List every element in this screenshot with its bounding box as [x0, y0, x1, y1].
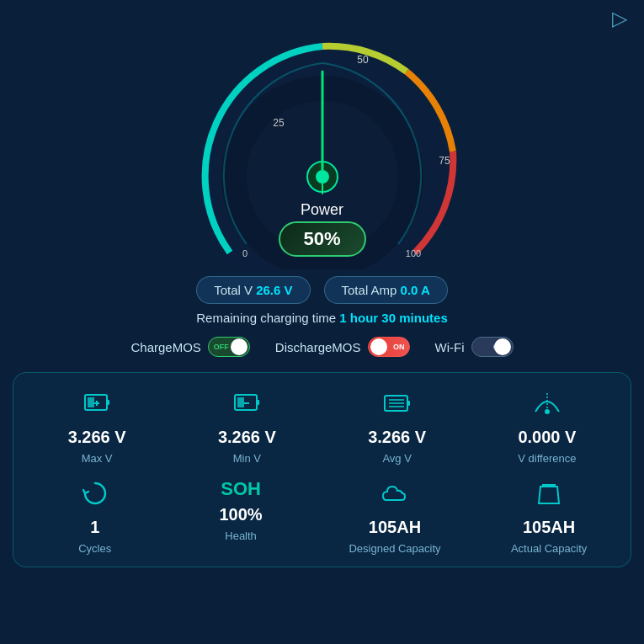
dischargemost-toggle-label: ON: [393, 343, 405, 351]
designed-capacity-item: 105AH Designed Capacity: [349, 478, 440, 555]
avg-v-label: Avg V: [382, 452, 411, 465]
svg-rect-23: [407, 401, 410, 406]
remaining-value: 1 hour 30 minutes: [339, 311, 447, 325]
metrics-row-1: 3.266 V Max V 3.266 V Min V: [22, 388, 622, 465]
cycles-value: 1: [90, 518, 99, 537]
battery-actual-icon: [534, 478, 564, 513]
min-v-item: 3.266 V Min V: [209, 388, 285, 465]
actual-capacity-value: 105AH: [523, 518, 575, 537]
max-v-value: 3.266 V: [68, 428, 126, 447]
cycles-icon: [80, 478, 110, 513]
health-item: SOH 100% Health: [203, 478, 279, 542]
v-diff-value: 0.000 V: [518, 428, 576, 447]
svg-rect-14: [107, 400, 109, 405]
svg-text:50: 50: [357, 54, 369, 66]
chargemost-toggle-circle: [231, 338, 247, 355]
avg-v-item: 3.266 V Avg V: [359, 388, 435, 465]
gauge-percent-badge: 50%: [278, 221, 365, 257]
gauge-container: 50 25 75 0 100 Power 50%: [154, 17, 491, 269]
chargemost-toggle-label: OFF: [214, 343, 229, 351]
health-value: 100%: [219, 505, 262, 524]
remaining-time: Remaining charging time 1 hour 30 minute…: [196, 311, 447, 325]
total-v-label: Total V: [214, 283, 253, 297]
svg-text:25: 25: [273, 117, 285, 129]
min-v-label: Min V: [233, 452, 261, 465]
cloud-icon: [380, 478, 410, 513]
health-label: Health: [225, 530, 257, 542]
top-section: ▷: [0, 0, 644, 357]
min-v-value: 3.266 V: [218, 428, 276, 447]
svg-text:75: 75: [439, 155, 450, 167]
actual-capacity-label: Actual Capacity: [511, 542, 587, 555]
metrics-row-2: 1 Cycles SOH 100% Health 105AH Designed …: [22, 478, 622, 555]
max-v-item: 3.266 V Max V: [59, 388, 135, 465]
avg-v-value: 3.266 V: [368, 428, 426, 447]
actual-capacity-item: 105AH Actual Capacity: [511, 478, 587, 555]
svg-text:0: 0: [242, 248, 247, 258]
chargemost-control: ChargeMOS OFF: [130, 337, 249, 357]
dischargemost-toggle-circle: [370, 338, 387, 355]
wifi-control: Wi-Fi OFF: [435, 337, 514, 357]
max-v-label: Max V: [82, 452, 113, 465]
wifi-toggle[interactable]: OFF: [471, 337, 514, 357]
chargemost-toggle[interactable]: OFF: [208, 337, 250, 357]
battery-min-icon: [232, 388, 262, 423]
total-amp-label: Total Amp: [342, 283, 397, 297]
dischargemost-label: DischargeMOS: [275, 340, 361, 354]
soh-icon-label: SOH: [221, 478, 261, 500]
v-diff-item: 0.000 V V difference: [509, 388, 585, 465]
total-v-badge: Total V 26.6 V: [196, 276, 310, 304]
total-amp-value: 0.0 A: [401, 283, 430, 297]
mos-controls-row: ChargeMOS OFF DischargeMOS ON Wi-Fi OFF: [130, 337, 513, 357]
svg-rect-20: [237, 397, 244, 407]
stats-row: Total V 26.6 V Total Amp 0.0 A: [196, 276, 448, 304]
cycles-item: 1 Cycles: [57, 478, 133, 555]
svg-text:100: 100: [405, 248, 420, 258]
metrics-card: 3.266 V Max V 3.266 V Min V: [13, 372, 631, 567]
svg-point-12: [317, 171, 328, 183]
remaining-label: Remaining charging time: [196, 311, 336, 325]
battery-avg-icon: [382, 388, 412, 423]
designed-capacity-label: Designed Capacity: [349, 542, 440, 555]
wifi-label: Wi-Fi: [435, 340, 465, 354]
chargemost-label: ChargeMOS: [130, 340, 200, 354]
cycles-label: Cycles: [78, 542, 111, 555]
gauge-diff-icon: [532, 388, 562, 423]
total-amp-badge: Total Amp 0.0 A: [324, 276, 448, 304]
play-icon[interactable]: ▷: [612, 7, 627, 30]
dischargemost-toggle[interactable]: ON: [368, 337, 410, 357]
wifi-toggle-circle: [494, 338, 511, 355]
designed-capacity-value: 105AH: [369, 518, 421, 537]
svg-point-28: [545, 409, 550, 414]
svg-rect-19: [257, 400, 259, 405]
dischargemost-control: DischargeMOS ON: [275, 337, 410, 357]
battery-max-icon: [82, 388, 112, 423]
v-diff-label: V difference: [518, 452, 576, 465]
svg-rect-15: [88, 397, 94, 407]
total-v-value: 26.6 V: [256, 283, 292, 297]
